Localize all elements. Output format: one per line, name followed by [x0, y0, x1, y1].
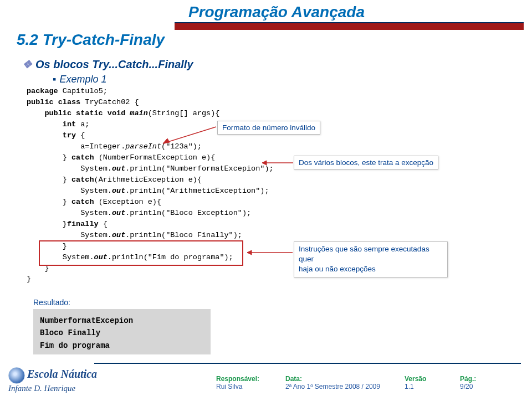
resp-value: Rui Silva [216, 383, 259, 390]
svg-marker-3 [262, 161, 267, 165]
footer: Escola Náutica Infante D. Henrique Respo… [0, 363, 532, 396]
footer-date: Data: 2ª Ano 1º Semestre 2008 / 2009 [285, 375, 380, 390]
c: .println( [125, 164, 166, 173]
c: a=Integer. [27, 142, 125, 151]
school-name-1: Escola Náutica [27, 368, 97, 380]
c: int [27, 120, 76, 128]
c: } [27, 176, 71, 184]
c: } [27, 275, 31, 283]
svg-line-0 [163, 127, 216, 143]
c: "NumberformatExcepion" [166, 164, 264, 173]
bullet-main-text: Os blocos Try...Catch...Finally [35, 58, 193, 71]
footer-responsible: Responsável: Rui Silva [216, 375, 259, 390]
annot-catch-selected: Dos vários blocos, este trata a excepção [294, 156, 438, 169]
svg-marker-5 [247, 250, 252, 255]
result-line-3: Fim do programa [40, 340, 204, 352]
arrow-finally [243, 249, 295, 256]
c: public class [27, 98, 80, 106]
square-icon: ▪ [53, 74, 56, 85]
course-title: Programação Avançada [188, 3, 365, 21]
c: System. [27, 209, 112, 217]
c: (Exception e){ [94, 198, 162, 206]
c: try [27, 131, 76, 140]
c: .println( [125, 231, 166, 239]
c: public static void [27, 109, 130, 117]
c: a; [76, 120, 89, 128]
globe-icon [8, 367, 25, 384]
footer-rule [94, 363, 521, 364]
c: ); [233, 231, 242, 239]
c: .println( [125, 209, 166, 217]
school-name-2: Infante D. Henrique [8, 384, 97, 393]
c: catch [71, 153, 94, 162]
c: } [27, 198, 71, 206]
svg-marker-1 [163, 138, 170, 143]
c: TryCatch02 { [80, 98, 139, 106]
c: ); [260, 187, 269, 195]
c: } [27, 220, 67, 228]
annot-finally-l1: Instruções que são sempre executadas que… [299, 244, 443, 264]
c: package [27, 87, 58, 95]
page-value: 9/20 [460, 383, 476, 390]
version-value: 1.1 [405, 383, 426, 390]
arrow-catch [258, 159, 295, 167]
footer-version: Versão 1.1 [405, 375, 426, 390]
c: out [112, 231, 125, 239]
highlight-box-finally [39, 240, 243, 266]
c: out [112, 209, 125, 217]
version-label: Versão [405, 375, 426, 383]
section-title: 5.2 Try-Catch-Finaly [17, 31, 165, 49]
c: catch [71, 176, 94, 184]
result-line-2: Bloco Finally [40, 327, 204, 339]
c: (String[] args){ [148, 109, 220, 117]
diamond-icon: ❖ [22, 58, 32, 71]
c: "Bloco Exception" [166, 209, 242, 217]
c: catch [71, 198, 94, 206]
c: System. [27, 231, 112, 239]
c: ); [242, 209, 251, 217]
bullet-sub-text: Exemplo 1 [59, 74, 106, 85]
result-box: NumberformatExcepion Bloco Finally Fim d… [33, 309, 211, 354]
c: (NumberFormatException e){ [94, 153, 216, 162]
c: { [76, 131, 85, 140]
result-line-1: NumberformatExcepion [40, 315, 204, 327]
c: "ArithmeticException" [166, 187, 260, 195]
result-label: Resultado: [33, 298, 70, 307]
date-value: 2ª Ano 1º Semestre 2008 / 2009 [285, 383, 380, 390]
annot-finally-l2: haja ou não excepções [299, 264, 443, 274]
c: main [130, 109, 147, 117]
c: Capitulo5; [58, 87, 108, 95]
school-logo: Escola Náutica Infante D. Henrique [8, 367, 97, 393]
date-label: Data: [285, 375, 380, 383]
c: out [112, 164, 125, 173]
c: "Bloco Finally" [166, 231, 233, 239]
c: } [27, 153, 71, 162]
bullet-main: ❖ Os blocos Try...Catch...Finally [22, 58, 193, 71]
bullet-sub: ▪Exemplo 1 [53, 74, 106, 85]
annot-finally: Instruções que são sempre executadas que… [294, 241, 448, 277]
annot-number-format: Formato de número inválido [217, 121, 320, 135]
c: out [112, 187, 125, 195]
c: finally [67, 220, 99, 228]
footer-page: Pág.: 9/20 [460, 375, 476, 390]
arrow-format [156, 125, 218, 147]
resp-label: Responsável: [216, 375, 259, 383]
header-rule-thick [175, 23, 524, 30]
page-label: Pág.: [460, 375, 476, 383]
c: .println( [125, 187, 166, 195]
c: System. [27, 164, 112, 173]
c: (ArithmeticException e){ [94, 176, 202, 184]
slide: Programação Avançada 5.2 Try-Catch-Final… [0, 0, 532, 396]
c: { [99, 220, 108, 228]
c: System. [27, 187, 112, 195]
